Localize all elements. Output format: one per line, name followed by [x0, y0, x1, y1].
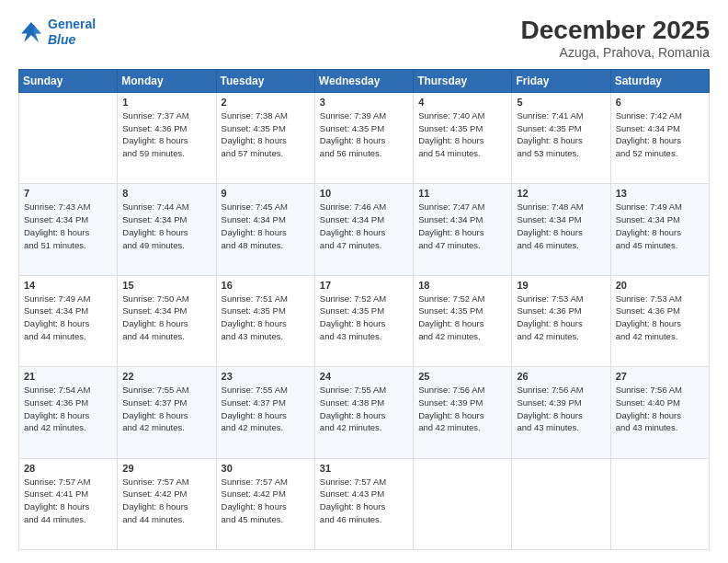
week-row-5: 28Sunrise: 7:57 AMSunset: 4:41 PMDayligh… — [19, 458, 710, 549]
day-number: 12 — [517, 188, 605, 199]
logo-text: General Blue — [48, 17, 96, 48]
calendar-cell — [414, 458, 512, 549]
calendar-cell: 26Sunrise: 7:56 AMSunset: 4:39 PMDayligh… — [512, 367, 610, 458]
calendar-cell: 16Sunrise: 7:51 AMSunset: 4:35 PMDayligh… — [216, 275, 314, 366]
day-number: 28 — [24, 463, 112, 474]
day-info: Sunrise: 7:38 AMSunset: 4:35 PMDaylight:… — [222, 109, 310, 160]
day-number: 1 — [122, 97, 210, 108]
day-number: 25 — [418, 371, 506, 382]
day-number: 24 — [320, 371, 408, 382]
day-number: 20 — [616, 280, 704, 291]
calendar-cell: 9Sunrise: 7:45 AMSunset: 4:34 PMDaylight… — [216, 184, 314, 275]
logo: General Blue — [18, 17, 96, 48]
calendar-cell: 3Sunrise: 7:39 AMSunset: 4:35 PMDaylight… — [314, 92, 413, 183]
day-number: 9 — [222, 188, 310, 199]
day-number: 2 — [222, 97, 310, 108]
calendar-cell — [610, 458, 709, 549]
calendar-cell: 4Sunrise: 7:40 AMSunset: 4:35 PMDaylight… — [414, 92, 512, 183]
day-info: Sunrise: 7:41 AMSunset: 4:35 PMDaylight:… — [517, 109, 605, 160]
day-number: 31 — [320, 463, 408, 474]
day-info: Sunrise: 7:52 AMSunset: 4:35 PMDaylight:… — [418, 293, 506, 343]
day-info: Sunrise: 7:53 AMSunset: 4:36 PMDaylight:… — [517, 293, 605, 343]
day-info: Sunrise: 7:57 AMSunset: 4:41 PMDaylight:… — [24, 476, 112, 526]
calendar-cell: 14Sunrise: 7:49 AMSunset: 4:34 PMDayligh… — [19, 275, 118, 366]
weekday-header-thursday: Thursday — [414, 69, 512, 92]
day-info: Sunrise: 7:49 AMSunset: 4:34 PMDaylight:… — [24, 293, 112, 343]
calendar-cell: 13Sunrise: 7:49 AMSunset: 4:34 PMDayligh… — [610, 184, 709, 275]
calendar-cell: 2Sunrise: 7:38 AMSunset: 4:35 PMDaylight… — [216, 92, 314, 183]
calendar-cell: 30Sunrise: 7:57 AMSunset: 4:42 PMDayligh… — [216, 458, 314, 549]
day-info: Sunrise: 7:56 AMSunset: 4:39 PMDaylight:… — [517, 384, 605, 434]
calendar-cell: 18Sunrise: 7:52 AMSunset: 4:35 PMDayligh… — [414, 275, 512, 366]
day-info: Sunrise: 7:46 AMSunset: 4:34 PMDaylight:… — [320, 201, 408, 251]
day-info: Sunrise: 7:57 AMSunset: 4:42 PMDaylight:… — [222, 476, 310, 526]
calendar-cell: 23Sunrise: 7:55 AMSunset: 4:37 PMDayligh… — [216, 367, 314, 458]
calendar-cell: 7Sunrise: 7:43 AMSunset: 4:34 PMDaylight… — [19, 184, 118, 275]
day-number: 4 — [418, 97, 506, 108]
day-number: 30 — [222, 463, 310, 474]
day-info: Sunrise: 7:40 AMSunset: 4:35 PMDaylight:… — [418, 109, 506, 160]
day-info: Sunrise: 7:39 AMSunset: 4:35 PMDaylight:… — [320, 109, 408, 160]
title-block: December 2025 Azuga, Prahova, Romania — [521, 17, 710, 60]
day-number: 18 — [418, 280, 506, 291]
calendar-cell: 25Sunrise: 7:56 AMSunset: 4:39 PMDayligh… — [414, 367, 512, 458]
day-number: 14 — [24, 280, 112, 291]
week-row-2: 7Sunrise: 7:43 AMSunset: 4:34 PMDaylight… — [19, 184, 710, 275]
calendar-cell: 27Sunrise: 7:56 AMSunset: 4:40 PMDayligh… — [610, 367, 709, 458]
day-info: Sunrise: 7:54 AMSunset: 4:36 PMDaylight:… — [24, 384, 112, 434]
logo-line1: General — [48, 17, 96, 31]
week-row-1: 1Sunrise: 7:37 AMSunset: 4:36 PMDaylight… — [19, 92, 710, 183]
header: General Blue December 2025 Azuga, Prahov… — [18, 17, 710, 60]
day-info: Sunrise: 7:45 AMSunset: 4:34 PMDaylight:… — [222, 201, 310, 251]
logo-icon — [18, 19, 44, 45]
day-number: 10 — [320, 188, 408, 199]
day-info: Sunrise: 7:51 AMSunset: 4:35 PMDaylight:… — [222, 293, 310, 343]
logo-line2: Blue — [48, 32, 75, 47]
day-number: 22 — [122, 371, 210, 382]
day-number: 13 — [616, 188, 704, 199]
day-info: Sunrise: 7:57 AMSunset: 4:43 PMDaylight:… — [320, 476, 408, 526]
weekday-header-saturday: Saturday — [610, 69, 709, 92]
day-info: Sunrise: 7:48 AMSunset: 4:34 PMDaylight:… — [517, 201, 605, 251]
day-info: Sunrise: 7:49 AMSunset: 4:34 PMDaylight:… — [616, 201, 704, 251]
calendar-cell: 12Sunrise: 7:48 AMSunset: 4:34 PMDayligh… — [512, 184, 610, 275]
day-info: Sunrise: 7:52 AMSunset: 4:35 PMDaylight:… — [320, 293, 408, 343]
day-info: Sunrise: 7:57 AMSunset: 4:42 PMDaylight:… — [122, 476, 210, 526]
calendar-cell: 1Sunrise: 7:37 AMSunset: 4:36 PMDaylight… — [118, 92, 216, 183]
calendar-cell: 24Sunrise: 7:55 AMSunset: 4:38 PMDayligh… — [314, 367, 413, 458]
page: General Blue December 2025 Azuga, Prahov… — [0, 0, 728, 563]
day-info: Sunrise: 7:37 AMSunset: 4:36 PMDaylight:… — [122, 109, 210, 160]
weekday-header-wednesday: Wednesday — [314, 69, 413, 92]
calendar-cell: 20Sunrise: 7:53 AMSunset: 4:36 PMDayligh… — [610, 275, 709, 366]
weekday-header-sunday: Sunday — [19, 69, 118, 92]
day-number: 17 — [320, 280, 408, 291]
week-row-4: 21Sunrise: 7:54 AMSunset: 4:36 PMDayligh… — [19, 367, 710, 458]
day-number: 29 — [122, 463, 210, 474]
day-number: 23 — [222, 371, 310, 382]
calendar-cell: 29Sunrise: 7:57 AMSunset: 4:42 PMDayligh… — [118, 458, 216, 549]
calendar-cell: 6Sunrise: 7:42 AMSunset: 4:34 PMDaylight… — [610, 92, 709, 183]
day-info: Sunrise: 7:55 AMSunset: 4:38 PMDaylight:… — [320, 384, 408, 434]
calendar-cell: 22Sunrise: 7:55 AMSunset: 4:37 PMDayligh… — [118, 367, 216, 458]
calendar-cell: 8Sunrise: 7:44 AMSunset: 4:34 PMDaylight… — [118, 184, 216, 275]
day-info: Sunrise: 7:56 AMSunset: 4:39 PMDaylight:… — [418, 384, 506, 434]
day-info: Sunrise: 7:44 AMSunset: 4:34 PMDaylight:… — [122, 201, 210, 251]
weekday-header-monday: Monday — [118, 69, 216, 92]
day-info: Sunrise: 7:53 AMSunset: 4:36 PMDaylight:… — [616, 293, 704, 343]
calendar-cell: 17Sunrise: 7:52 AMSunset: 4:35 PMDayligh… — [314, 275, 413, 366]
day-info: Sunrise: 7:55 AMSunset: 4:37 PMDaylight:… — [122, 384, 210, 434]
weekday-header-tuesday: Tuesday — [216, 69, 314, 92]
calendar-cell: 5Sunrise: 7:41 AMSunset: 4:35 PMDaylight… — [512, 92, 610, 183]
day-number: 21 — [24, 371, 112, 382]
location-subtitle: Azuga, Prahova, Romania — [521, 45, 710, 60]
day-number: 27 — [616, 371, 704, 382]
day-number: 15 — [122, 280, 210, 291]
day-number: 26 — [517, 371, 605, 382]
week-row-3: 14Sunrise: 7:49 AMSunset: 4:34 PMDayligh… — [19, 275, 710, 366]
day-number: 16 — [222, 280, 310, 291]
calendar-cell: 10Sunrise: 7:46 AMSunset: 4:34 PMDayligh… — [314, 184, 413, 275]
day-number: 19 — [517, 280, 605, 291]
calendar-cell: 11Sunrise: 7:47 AMSunset: 4:34 PMDayligh… — [414, 184, 512, 275]
day-number: 6 — [616, 97, 704, 108]
day-info: Sunrise: 7:42 AMSunset: 4:34 PMDaylight:… — [616, 109, 704, 160]
